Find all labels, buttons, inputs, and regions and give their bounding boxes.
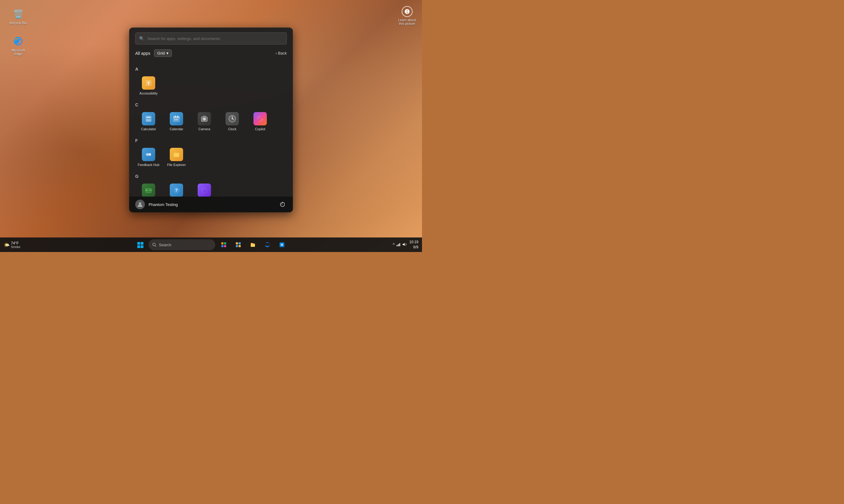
- clock-icon: [226, 112, 239, 125]
- weather-temp: 74°F: [11, 241, 20, 245]
- section-c-grid: Calculator: [135, 109, 287, 133]
- get-help-icon: ?: [170, 183, 183, 197]
- app-camera[interactable]: Camera: [191, 109, 218, 133]
- tray-expand-icon[interactable]: ^: [393, 242, 395, 247]
- apps-header: All apps Grid ▾ ‹ Back: [129, 47, 293, 59]
- svg-rect-49: [236, 245, 238, 247]
- network-icon[interactable]: [396, 242, 401, 248]
- svg-rect-28: [146, 190, 148, 191]
- svg-rect-43: [221, 242, 223, 245]
- app-clock[interactable]: Clock: [219, 109, 245, 133]
- svg-rect-48: [239, 242, 241, 245]
- taskbar-app-store[interactable]: [232, 239, 244, 251]
- weather-info: 74°F Smoke: [11, 241, 20, 249]
- start-menu-footer: Phantom Testing: [129, 197, 293, 212]
- copilot-icon: [254, 112, 267, 125]
- app-file-explorer[interactable]: File Explorer: [163, 145, 190, 169]
- section-c: C: [135, 100, 287, 109]
- taskbar-center: Search: [52, 239, 370, 251]
- back-arrow-icon: ‹: [276, 51, 277, 55]
- search-input[interactable]: [147, 36, 283, 41]
- file-explorer-name: File Explorer: [167, 163, 186, 167]
- svg-point-4: [148, 119, 149, 120]
- svg-rect-39: [137, 245, 140, 248]
- svg-point-5: [150, 119, 151, 120]
- calendar-name: Calendar: [170, 127, 184, 131]
- file-explorer-icon: [170, 148, 183, 161]
- desktop-icon-recycle-bin[interactable]: 🗑️ Recycle Bin: [6, 6, 30, 26]
- svg-point-21: [232, 119, 233, 119]
- svg-point-3: [147, 119, 148, 120]
- svg-rect-2: [147, 116, 151, 118]
- svg-point-8: [150, 121, 151, 122]
- calendar-icon: [170, 112, 183, 125]
- learn-about-picture-button[interactable]: Learn aboutthis picture: [398, 6, 416, 25]
- clock-date: 8/9: [409, 245, 418, 250]
- svg-rect-15: [177, 119, 178, 120]
- taskbar-search[interactable]: Search: [149, 239, 215, 250]
- system-tray-icons: ^: [393, 242, 407, 248]
- taskbar: 🌤️ 74°F Smoke: [0, 237, 422, 252]
- svg-point-32: [149, 190, 150, 191]
- svg-rect-10: [173, 116, 179, 119]
- app-get-started[interactable]: Get Started: [191, 181, 218, 197]
- section-g-grid: Game Bar ? Get Help: [135, 181, 287, 197]
- recycle-bin-label: Recycle Bin: [10, 21, 27, 25]
- chevron-down-icon: ▾: [167, 51, 169, 55]
- svg-marker-35: [201, 187, 207, 193]
- taskbar-app-file-explorer[interactable]: [247, 239, 259, 251]
- user-name-label: Phantom Testing: [149, 202, 273, 207]
- grid-label: Grid: [157, 51, 165, 55]
- desktop-icon-edge[interactable]: Microsoft Edge: [6, 33, 30, 57]
- app-calculator[interactable]: Calculator: [135, 109, 162, 133]
- get-started-icon: [198, 183, 211, 197]
- svg-point-36: [139, 202, 141, 205]
- edge-icon: [12, 35, 24, 47]
- svg-rect-44: [224, 242, 226, 245]
- app-get-help[interactable]: ? Get Help: [163, 181, 190, 197]
- search-box[interactable]: 🔍: [135, 32, 287, 44]
- clock-name: Clock: [228, 127, 237, 131]
- back-label: Back: [278, 51, 287, 55]
- svg-rect-50: [239, 245, 241, 247]
- svg-point-30: [151, 190, 151, 191]
- svg-point-17: [204, 119, 205, 120]
- taskbar-app-widgets[interactable]: [218, 239, 230, 251]
- svg-text:M: M: [281, 243, 283, 247]
- svg-rect-55: [399, 243, 400, 246]
- svg-rect-45: [221, 245, 223, 247]
- weather-icon: 🌤️: [4, 242, 10, 248]
- app-feedback-hub[interactable]: Feedback Hub: [135, 145, 162, 169]
- weather-widget[interactable]: 🌤️ 74°F Smoke: [4, 241, 20, 249]
- taskbar-right: ^ 10:19 8/9: [370, 239, 418, 250]
- game-bar-icon: [142, 183, 155, 197]
- learn-about-icon: [402, 6, 413, 17]
- svg-rect-38: [141, 242, 143, 245]
- app-calendar[interactable]: Calendar: [163, 109, 190, 133]
- app-list: A Accessibility C: [129, 59, 293, 197]
- app-accessibility[interactable]: Accessibility: [135, 73, 162, 97]
- svg-point-24: [147, 154, 148, 155]
- power-button[interactable]: [277, 200, 287, 209]
- accessibility-name: Accessibility: [139, 91, 158, 95]
- learn-about-text: Learn aboutthis picture: [398, 18, 416, 25]
- weather-condition: Smoke: [11, 245, 20, 249]
- svg-point-6: [147, 121, 148, 122]
- windows-start-button[interactable]: [134, 239, 146, 251]
- svg-point-41: [153, 243, 156, 246]
- back-button[interactable]: ‹ Back: [276, 51, 287, 55]
- taskbar-app-edge[interactable]: [261, 239, 273, 251]
- volume-icon[interactable]: [402, 242, 407, 248]
- svg-point-29: [150, 189, 150, 190]
- taskbar-clock[interactable]: 10:19 8/9: [409, 239, 418, 250]
- user-avatar[interactable]: [135, 200, 145, 209]
- taskbar-app-store2[interactable]: M: [276, 239, 288, 251]
- app-game-bar[interactable]: Game Bar: [135, 181, 162, 197]
- svg-rect-13: [174, 119, 175, 120]
- desktop: 🗑️ Recycle Bin Microsoft Edge Learn ab: [0, 0, 422, 252]
- grid-dropdown-button[interactable]: Grid ▾: [154, 49, 172, 57]
- svg-rect-47: [236, 242, 238, 245]
- svg-point-25: [149, 154, 150, 155]
- app-copilot[interactable]: Copilot: [247, 109, 273, 133]
- svg-rect-37: [137, 242, 140, 245]
